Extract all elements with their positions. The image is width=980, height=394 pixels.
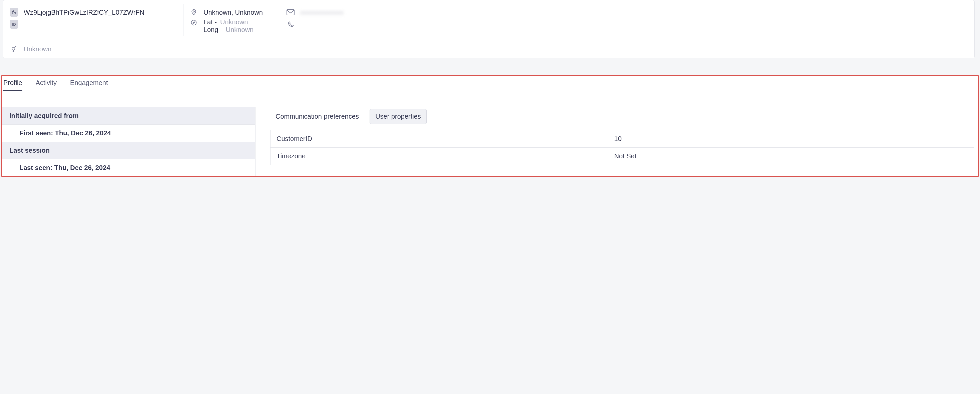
lat-value: Unknown: [220, 18, 248, 26]
contact-column: xxxxxxxxxxxxx: [280, 4, 968, 37]
table-row: Timezone Not Set: [270, 148, 974, 165]
email-row: xxxxxxxxxxxxx: [286, 6, 958, 18]
tab-engagement[interactable]: Engagement: [70, 76, 108, 91]
prop-value: 10: [608, 130, 974, 148]
gender-icon: [10, 44, 18, 53]
gender-value: Unknown: [24, 45, 51, 53]
location-value: Unknown, Unknown: [204, 9, 263, 16]
prop-key: Timezone: [270, 148, 608, 165]
prop-key: CustomerID: [270, 130, 608, 148]
last-seen-label: Last seen:: [19, 164, 52, 172]
first-seen-label: First seen:: [19, 129, 53, 137]
svg-point-0: [193, 11, 194, 12]
long-label: Long -: [204, 26, 223, 34]
table-row: CustomerID 10: [270, 130, 974, 148]
first-seen-value: Thu, Dec 26, 2024: [55, 129, 111, 137]
phone-row: [286, 18, 958, 30]
tab-communication-preferences[interactable]: Communication preferences: [270, 109, 364, 124]
envelope-icon: [286, 8, 295, 17]
info-columns: Wz9LjojgBhTPiGwLzIRZfCY_L07ZWrFN ID Unkn…: [3, 0, 974, 40]
latlong-row: Lat - Unknown Long - Unknown: [189, 18, 270, 34]
tab-activity[interactable]: Activity: [36, 76, 57, 91]
moon-icon: [10, 8, 18, 17]
inner-tabs: Communication preferences User propertie…: [266, 107, 970, 130]
pin-icon: [189, 8, 198, 17]
prop-value: Not Set: [608, 148, 974, 165]
user-header-card: Wz9LjojgBhTPiGwLzIRZfCY_L07ZWrFN ID Unkn…: [3, 0, 975, 58]
profile-section-frame: Profile Activity Engagement Initially ac…: [2, 75, 978, 177]
svg-rect-3: [287, 10, 294, 15]
identity-row: Wz9LjojgBhTPiGwLzIRZfCY_L07ZWrFN: [10, 6, 174, 18]
last-seen-item: Last seen: Thu, Dec 26, 2024: [2, 159, 255, 176]
tab-profile[interactable]: Profile: [3, 76, 22, 91]
id-icon: ID: [10, 20, 18, 29]
gender-row: Unknown: [3, 40, 974, 58]
initially-acquired-header: Initially acquired from: [2, 107, 255, 125]
last-seen-value: Thu, Dec 26, 2024: [54, 164, 110, 172]
tab-user-properties[interactable]: User properties: [369, 109, 426, 124]
profile-body: Initially acquired from First seen: Thu,…: [2, 91, 978, 176]
svg-point-4: [12, 47, 15, 50]
compass-icon: [189, 18, 198, 27]
svg-marker-2: [193, 22, 195, 24]
email-value: xxxxxxxxxxxxx: [300, 9, 344, 16]
first-seen-item: First seen: Thu, Dec 26, 2024: [2, 125, 255, 142]
long-value: Unknown: [226, 26, 253, 34]
main-tabs: Profile Activity Engagement: [2, 76, 978, 91]
last-session-header: Last session: [2, 142, 255, 159]
properties-panel: Communication preferences User propertie…: [266, 107, 978, 165]
user-properties-table: CustomerID 10 Timezone Not Set: [270, 130, 974, 165]
location-column: Unknown, Unknown Lat - Unknown Long - Un…: [183, 4, 280, 37]
acquisition-panel: Initially acquired from First seen: Thu,…: [2, 107, 256, 176]
user-id-value: Wz9LjojgBhTPiGwLzIRZfCY_L07ZWrFN: [24, 9, 145, 16]
secondary-id-row: ID: [10, 18, 174, 30]
phone-icon: [286, 20, 295, 29]
lat-label: Lat -: [204, 18, 217, 26]
identity-column: Wz9LjojgBhTPiGwLzIRZfCY_L07ZWrFN ID: [10, 4, 183, 37]
latlong-labels: Lat - Unknown Long - Unknown: [204, 18, 253, 34]
location-row: Unknown, Unknown: [189, 6, 270, 18]
